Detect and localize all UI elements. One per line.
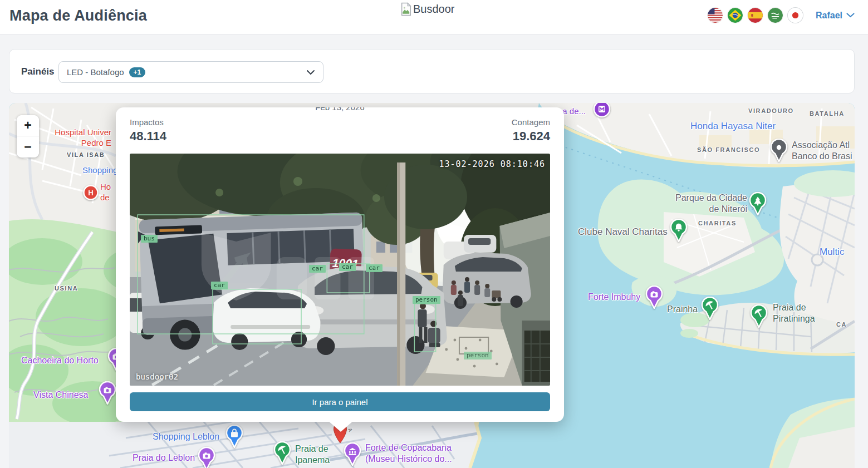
map-label-praia-leblon: Praia do Leblon (133, 452, 195, 464)
map-label-ca: CA (836, 321, 847, 329)
map-label-vila-isabel: VILA ISAB (67, 151, 105, 159)
count-stat: Contagem 19.624 (512, 117, 550, 144)
panel-info-popup: Feb 13, 2026 Impactos 48.114 Contagem 19… (116, 107, 564, 422)
map-label-cachoeira: Cachoeira do Horto (21, 355, 99, 366)
page-title: Mapa de Audiência (9, 7, 147, 24)
audience-map[interactable]: + − Hospital UniverPedro E VILA ISAB Sho… (9, 103, 855, 468)
shopping-leblon-pin[interactable] (225, 425, 244, 448)
popup-stats: Impactos 48.114 Contagem 19.624 (116, 112, 564, 144)
impacts-stat: Impactos 48.114 (130, 117, 166, 144)
hospital-pin[interactable]: H (82, 184, 99, 201)
map-label-associacao: Associação AtlBanco do Brasi (792, 140, 852, 162)
flag-saudi-arabia-icon[interactable] (768, 8, 783, 23)
camera-id: busdoor02 (136, 372, 178, 381)
praia-ipanema-pin[interactable] (273, 441, 292, 465)
panel-select-value: LED - Botafogo (67, 67, 124, 77)
zoom-out-button[interactable]: − (17, 136, 39, 157)
chevron-down-icon (846, 13, 855, 18)
header: Mapa de Audiência Busdoor (0, 0, 868, 35)
zoom-in-button[interactable]: + (17, 115, 39, 136)
detection-label-car: car (211, 282, 228, 289)
map-label-prainha: Prainha (667, 304, 698, 315)
camera-snapshot: 1001 (130, 154, 550, 386)
map-zoom-control: + − (17, 115, 39, 157)
associacao-pin[interactable] (769, 139, 788, 162)
detection-label-bus: bus (141, 235, 158, 243)
map-label-shopping-leblon: Shopping Leblon (153, 431, 219, 442)
logo: Busdoor (400, 2, 455, 16)
map-label-sao-francisco: SÃO FRANCISCO (697, 146, 760, 154)
parque-pin[interactable] (748, 192, 767, 215)
popup-tail (327, 420, 354, 432)
map-label-piratininga: Praia dePiratininga (773, 302, 815, 324)
flag-usa-icon[interactable] (708, 8, 723, 23)
detection-label-car: car (339, 263, 356, 271)
map-label-multic: Multic (820, 246, 844, 258)
map-label-hospital-side: Hode (100, 182, 111, 203)
header-right: Rafael (708, 8, 855, 23)
user-name: Rafael (816, 11, 842, 21)
detection-label-car: car (309, 265, 326, 273)
map-label-clube-naval: Clube Naval Charitas (578, 226, 668, 238)
forte-copacabana-pin[interactable] (343, 442, 362, 466)
area-poi-pin[interactable] (592, 103, 611, 119)
broken-image-icon (400, 2, 413, 16)
forte-imbuhy-pin[interactable] (645, 285, 664, 309)
map-label-honda: Honda Hayasa Niter (690, 120, 776, 132)
panels-label: Painéis (21, 66, 55, 77)
clube-naval-pin[interactable] (669, 219, 688, 242)
chevron-down-icon (306, 70, 315, 75)
panel-select[interactable]: LED - Botafogo +1 (58, 61, 323, 83)
prainha-pin[interactable] (700, 297, 719, 320)
svg-text:H: H (88, 189, 93, 197)
map-label-parque: Parque da Cidadede Niterói (666, 193, 747, 215)
panels-filter-card: Painéis LED - Botafogo +1 (9, 49, 855, 93)
impacts-label: Impactos (130, 117, 166, 127)
flag-japan-icon[interactable] (788, 8, 803, 23)
map-label-vista-chinesa: Vista Chinesa (33, 390, 88, 401)
map-label-batalha: BATALHA (810, 110, 845, 118)
map-label-forte-copacabana: Forte de Copacabana(Museu Histórico do..… (365, 442, 452, 465)
map-label-usina: USINA (55, 285, 78, 293)
logo-text: Busdoor (413, 3, 455, 16)
map-label-viradouro: VIRADOURO (748, 107, 794, 115)
piratininga-pin[interactable] (749, 304, 768, 328)
user-menu[interactable]: Rafael (816, 11, 855, 21)
map-label-charitas: CHARITAS (698, 220, 737, 228)
flag-brazil-icon[interactable] (728, 8, 743, 23)
flag-spain-icon[interactable] (748, 8, 763, 23)
praia-leblon-pin[interactable] (197, 447, 216, 468)
impacts-value: 48.114 (130, 129, 166, 144)
vista-chinesa-pin[interactable] (98, 381, 117, 405)
count-label: Contagem (512, 117, 550, 127)
map-label-shopping: Shopping (82, 165, 117, 176)
map-label-praia-ipanema: Praia deIpanema (295, 444, 330, 466)
popup-date: Feb 13, 2026 (116, 107, 564, 112)
panel-count-badge: +1 (129, 67, 146, 77)
detection-label-car: car (366, 264, 382, 272)
count-value: 19.624 (512, 129, 550, 144)
camera-timestamp: 13-02-2026 08:10:46 (439, 159, 545, 169)
go-to-panel-button[interactable]: Ir para o painel (130, 392, 550, 411)
detection-label-person: person (413, 296, 440, 304)
detection-label-person: person (464, 352, 492, 359)
map-label-forte-imbuhy: Forte Imbuhy (588, 292, 640, 303)
